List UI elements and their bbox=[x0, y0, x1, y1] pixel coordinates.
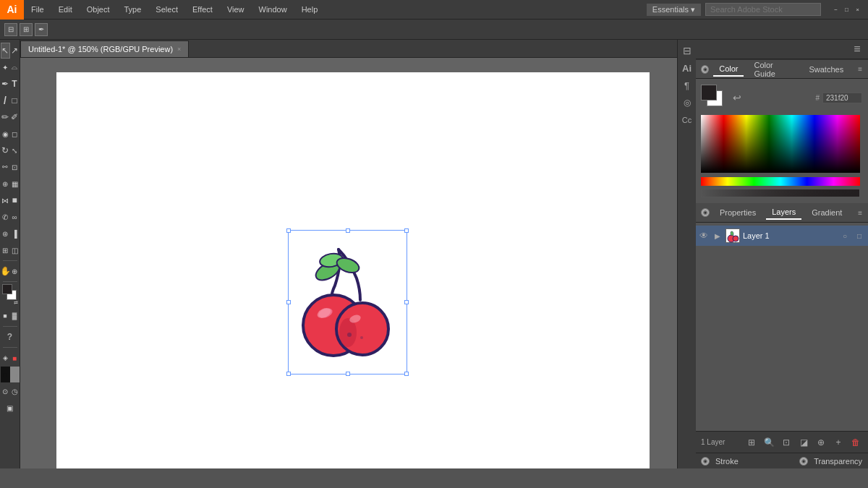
symbol-sprayer-tool[interactable]: ⊛ bbox=[1, 226, 10, 241]
cherry-illustration[interactable] bbox=[292, 235, 404, 372]
canvas-wrap[interactable] bbox=[20, 58, 694, 468]
layers-panel-menu[interactable]: ≡ bbox=[858, 209, 862, 217]
selection-tool[interactable]: ↖ bbox=[1, 43, 10, 59]
pencil-tool[interactable]: ✐ bbox=[10, 109, 20, 125]
warp-tool[interactable]: ⚯ bbox=[1, 159, 10, 175]
artboard-tool[interactable]: ⊞ bbox=[1, 242, 10, 258]
eyedropper-tool[interactable]: ✆ bbox=[1, 209, 10, 225]
arrange-panel-icon[interactable]: ⊟ bbox=[679, 43, 695, 59]
alpha-bar[interactable] bbox=[701, 189, 860, 197]
menu-object[interactable]: Object bbox=[80, 0, 117, 20]
make-clipping-mask-button[interactable]: ◪ bbox=[797, 436, 810, 449]
fill-swatch[interactable] bbox=[701, 85, 717, 100]
essentials-button[interactable]: Essentials ▾ bbox=[647, 4, 701, 16]
gradient-mode[interactable]: ▓ bbox=[10, 308, 20, 324]
layers-tab[interactable]: Layers bbox=[766, 205, 801, 220]
menu-window[interactable]: Window bbox=[252, 0, 294, 20]
color-mode[interactable]: ■ bbox=[1, 308, 10, 324]
panel-menu-button[interactable]: ≡ bbox=[848, 40, 866, 58]
hex-color-input[interactable] bbox=[822, 93, 862, 103]
glyph-panel-icon[interactable]: ◎ bbox=[679, 95, 695, 111]
layers-panel-icon[interactable]: ▣ bbox=[2, 400, 18, 416]
swap-colors[interactable]: ⇄ bbox=[14, 300, 18, 306]
fill-color[interactable] bbox=[2, 284, 12, 294]
close-button[interactable]: × bbox=[853, 5, 862, 14]
stroke-label[interactable]: Stroke bbox=[715, 457, 739, 466]
link-layers-button[interactable]: ⊞ bbox=[745, 436, 758, 449]
type-tool[interactable]: T bbox=[10, 76, 20, 92]
layer-lock-icon[interactable]: □ bbox=[854, 230, 865, 241]
scale-tool[interactable]: ⤡ bbox=[10, 142, 20, 158]
menu-file[interactable]: File bbox=[24, 0, 51, 20]
mesh-tool[interactable]: ⋈ bbox=[1, 192, 10, 208]
cc-panel-icon[interactable]: Cc bbox=[679, 112, 695, 128]
lasso-tool[interactable]: ⌓ bbox=[10, 59, 20, 75]
stroke-panel-collapse[interactable]: ◉ bbox=[701, 457, 710, 466]
restore-button[interactable]: □ bbox=[842, 5, 851, 14]
color-panel-menu[interactable]: ≡ bbox=[858, 65, 862, 73]
color-tab[interactable]: Color bbox=[713, 62, 744, 77]
extra-tool-d[interactable]: ◷ bbox=[10, 383, 20, 399]
black-swatch[interactable]: ■ bbox=[1, 367, 10, 382]
extra-tool-b[interactable]: ■ bbox=[10, 350, 20, 366]
new-layer-button[interactable]: + bbox=[832, 436, 845, 449]
menu-effect[interactable]: Effect bbox=[185, 0, 220, 20]
layer-row[interactable]: 👁 ▶ Layer 1 ○ □ bbox=[695, 226, 868, 246]
hue-bar[interactable] bbox=[701, 177, 860, 186]
pen-tool-icon[interactable]: ✒ bbox=[35, 23, 48, 36]
locate-in-libraries-button[interactable]: 🔍 bbox=[762, 436, 775, 449]
layer-expand-arrow[interactable]: ▶ bbox=[712, 231, 723, 241]
document-tab-close[interactable]: × bbox=[177, 46, 181, 53]
pen-tool[interactable]: ✒ bbox=[1, 76, 10, 92]
perspective-tool[interactable]: ▦ bbox=[10, 176, 20, 192]
graph-tool[interactable]: ▐ bbox=[10, 226, 20, 241]
hand-tool[interactable]: ✋ bbox=[1, 263, 10, 279]
gray-swatch[interactable]: ■ bbox=[10, 367, 20, 382]
color-spectrum[interactable] bbox=[701, 115, 860, 173]
menu-type[interactable]: Type bbox=[117, 0, 149, 20]
zoom-tool[interactable]: ⊕ bbox=[10, 263, 20, 279]
layer-options-icon[interactable]: ○ bbox=[839, 230, 851, 241]
properties-tab[interactable]: Properties bbox=[714, 206, 762, 219]
delete-layer-button[interactable]: 🗑 bbox=[849, 436, 862, 449]
magic-wand-tool[interactable]: ✦ bbox=[1, 59, 10, 75]
color-panel-collapse[interactable]: ◉ bbox=[701, 65, 709, 74]
extra-tool-a[interactable]: ◈ bbox=[1, 350, 10, 366]
rotate-tool[interactable]: ↻ bbox=[1, 142, 10, 158]
swatches-tab[interactable]: Swatches bbox=[803, 63, 849, 76]
shape-builder-tool[interactable]: ⊕ bbox=[1, 176, 10, 192]
layers-panel-collapse[interactable]: ◉ bbox=[701, 208, 710, 217]
document-tab[interactable]: Untitled-1* @ 150% (RGB/GPU Preview) × bbox=[20, 40, 189, 57]
menu-select[interactable]: Select bbox=[148, 0, 185, 20]
gradient-tab[interactable]: Gradient bbox=[806, 206, 848, 219]
svg-point-9 bbox=[347, 333, 352, 337]
arrange-icon[interactable]: ⊟ bbox=[4, 23, 17, 36]
blend-tool[interactable]: ∞ bbox=[10, 209, 20, 225]
extra-tool-c[interactable]: ⊙ bbox=[1, 383, 10, 399]
paintbrush-tool[interactable]: ✏ bbox=[1, 109, 10, 125]
transparency-label[interactable]: Transparency bbox=[814, 457, 862, 466]
collect-for-export-button[interactable]: ⊡ bbox=[780, 436, 793, 449]
menu-edit[interactable]: Edit bbox=[51, 0, 80, 20]
minimize-button[interactable]: − bbox=[831, 5, 841, 14]
line-tool[interactable]: / bbox=[1, 93, 10, 108]
menu-view[interactable]: View bbox=[220, 0, 252, 20]
gradient-tool[interactable]: ■ bbox=[10, 192, 20, 208]
layer-visibility-toggle[interactable]: 👁 bbox=[698, 230, 710, 241]
search-stock-input[interactable] bbox=[705, 3, 821, 16]
reset-colors-icon[interactable]: ↩ bbox=[733, 92, 741, 103]
blob-brush-tool[interactable]: ◉ bbox=[1, 126, 10, 142]
direct-selection-tool[interactable]: ↗ bbox=[10, 43, 20, 59]
free-transform-tool[interactable]: ⊡ bbox=[10, 159, 20, 175]
menu-help[interactable]: Help bbox=[294, 0, 326, 20]
paragraph-panel-icon[interactable]: ¶ bbox=[679, 77, 695, 93]
color-guide-tab[interactable]: Color Guide bbox=[748, 59, 799, 80]
transparency-panel-collapse[interactable]: ◉ bbox=[799, 457, 808, 466]
eraser-tool[interactable]: ◻ bbox=[10, 126, 20, 142]
ai-panel-icon[interactable]: Ai bbox=[679, 60, 695, 76]
slice-tool[interactable]: ◫ bbox=[10, 242, 20, 258]
new-sublayer-button[interactable]: ⊕ bbox=[814, 436, 827, 449]
question-mark-tool[interactable]: ? bbox=[2, 329, 18, 345]
rectangle-tool[interactable]: □ bbox=[10, 93, 20, 108]
grid-icon[interactable]: ⊞ bbox=[20, 23, 33, 36]
